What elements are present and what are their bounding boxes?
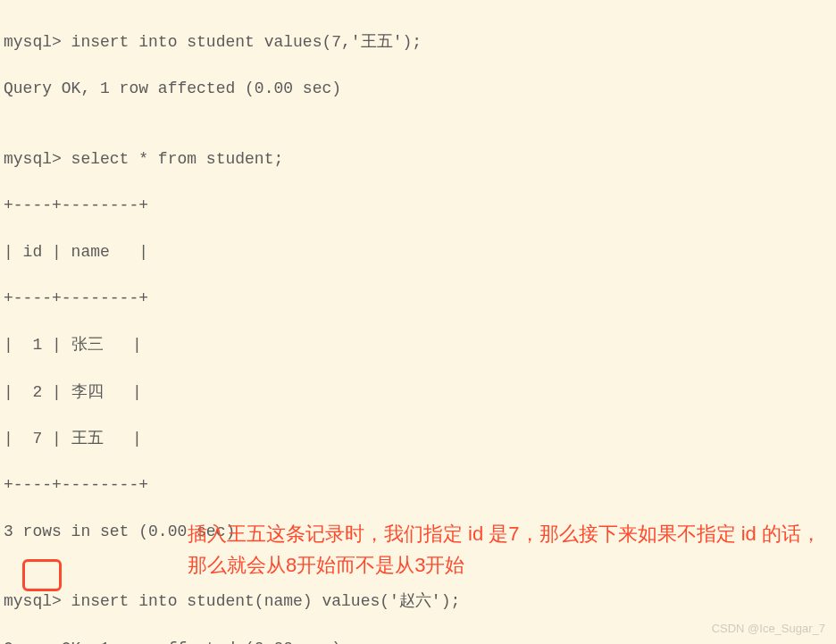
terminal-line: +----+--------+ [4,473,832,497]
terminal-line: | 1 | 张三 | [4,333,832,356]
terminal-line: | id | name | [4,240,832,263]
terminal-line: mysql> select * from student; [4,147,832,171]
terminal-line: Query OK, 1 row affected (0.00 sec) [4,637,832,644]
terminal-line: +----+--------+ [4,287,832,310]
terminal-line: | 7 | 王五 | [4,427,832,450]
highlight-box [22,559,62,591]
terminal-line: | 2 | 李四 | [4,381,832,404]
terminal-line: mysql> insert into student(name) values(… [4,590,832,613]
annotation-text: 插入王五这条记录时，我们指定 id 是7，那么接下来如果不指定 id 的话，那么… [188,518,831,581]
watermark: CSDN @Ice_Sugar_7 [712,622,825,635]
terminal-line: mysql> insert into student values(7,'王五'… [4,30,832,54]
terminal-line: +----+--------+ [4,194,832,217]
terminal-line: Query OK, 1 row affected (0.00 sec) [4,77,832,100]
